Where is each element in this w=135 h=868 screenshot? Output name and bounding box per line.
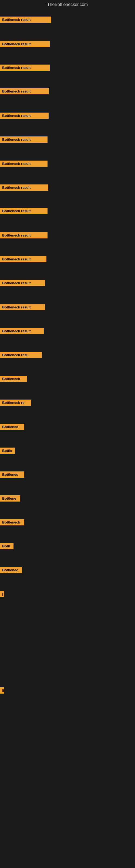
bar-label-11: Bottleneck result: [0, 256, 46, 262]
site-title: TheBottlenecker.com: [0, 0, 135, 9]
bottleneck-bar-17[interactable]: Bottleneck re: [0, 400, 31, 407]
bottleneck-bar-20[interactable]: Bottlenec: [0, 471, 24, 479]
bottleneck-bar-4[interactable]: Bottleneck result: [0, 88, 49, 95]
bottleneck-bar-19[interactable]: Bottle: [0, 447, 15, 455]
bottleneck-bar-11[interactable]: Bottleneck result: [0, 256, 46, 264]
bar-label-23: Bottl: [0, 543, 13, 549]
bar-label-12: Bottleneck result: [0, 280, 45, 286]
bar-label-20: Bottlenec: [0, 471, 24, 478]
bar-label-2: Bottleneck result: [0, 41, 50, 47]
bottleneck-bar-26[interactable]: B: [0, 687, 4, 695]
bottleneck-bar-15[interactable]: Bottleneck resu: [0, 352, 42, 359]
bottleneck-bar-3[interactable]: Bottleneck result: [0, 65, 50, 72]
bar-label-18: Bottlenec: [0, 424, 24, 430]
bar-label-6: Bottleneck result: [0, 136, 48, 143]
bottleneck-bar-7[interactable]: Bottleneck result: [0, 161, 48, 168]
bar-label-26: B: [0, 687, 4, 693]
bar-label-4: Bottleneck result: [0, 88, 49, 94]
bar-label-17: Bottleneck re: [0, 400, 31, 406]
bar-label-13: Bottleneck result: [0, 304, 45, 310]
bottleneck-bar-14[interactable]: Bottleneck result: [0, 328, 44, 335]
bar-label-22: Bottleneck: [0, 519, 24, 525]
bottleneck-bar-18[interactable]: Bottlenec: [0, 424, 24, 431]
bar-label-24: Bottlenec: [0, 567, 22, 573]
bottleneck-bar-22[interactable]: Bottleneck: [0, 519, 24, 527]
bar-label-3: Bottleneck result: [0, 65, 50, 71]
bottleneck-bar-1[interactable]: Bottleneck result: [0, 17, 51, 24]
bar-label-8: Bottleneck result: [0, 184, 48, 191]
bottleneck-bar-2[interactable]: Bottleneck result: [0, 41, 50, 48]
bottleneck-bar-16[interactable]: Bottleneck: [0, 376, 27, 383]
bar-label-9: Bottleneck result: [0, 208, 48, 214]
bottleneck-bar-24[interactable]: Bottlenec: [0, 567, 22, 574]
bar-label-5: Bottleneck result: [0, 113, 49, 119]
bar-label-19: Bottle: [0, 447, 15, 454]
bottleneck-bar-10[interactable]: Bottleneck result: [0, 232, 48, 240]
bottleneck-bar-5[interactable]: Bottleneck result: [0, 113, 49, 120]
bottleneck-bar-25[interactable]: |: [0, 591, 4, 598]
bar-label-7: Bottleneck result: [0, 161, 48, 167]
bottleneck-bar-12[interactable]: Bottleneck result: [0, 280, 45, 287]
bottleneck-bar-8[interactable]: Bottleneck result: [0, 184, 48, 192]
bottleneck-bar-6[interactable]: Bottleneck result: [0, 136, 48, 144]
bottleneck-bar-13[interactable]: Bottleneck result: [0, 304, 45, 311]
bar-label-16: Bottleneck: [0, 376, 27, 382]
bar-label-21: Bottlene: [0, 495, 20, 501]
bar-label-15: Bottleneck resu: [0, 352, 42, 358]
bar-label-14: Bottleneck result: [0, 328, 44, 334]
bar-label-25: |: [0, 591, 4, 597]
bar-label-1: Bottleneck result: [0, 17, 51, 23]
bottleneck-bar-23[interactable]: Bottl: [0, 543, 13, 550]
bottleneck-bar-21[interactable]: Bottlene: [0, 495, 20, 503]
bar-label-10: Bottleneck result: [0, 232, 48, 239]
bottleneck-bar-9[interactable]: Bottleneck result: [0, 208, 48, 215]
